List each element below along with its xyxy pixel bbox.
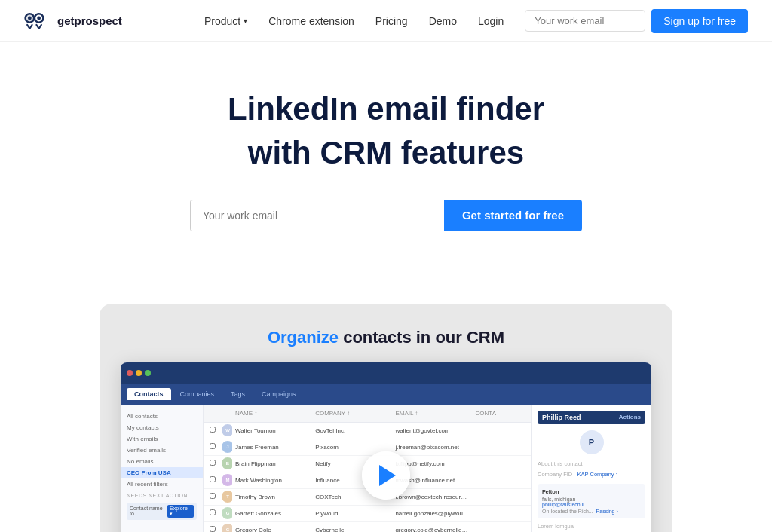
avatar: G bbox=[222, 524, 232, 532]
tab-companies[interactable]: Companies bbox=[173, 388, 222, 400]
play-triangle-icon bbox=[379, 465, 396, 486]
row-checkbox[interactable] bbox=[210, 526, 216, 532]
svg-point-2 bbox=[28, 16, 32, 20]
video-container: Contacts Companies Tags Campaigns All co… bbox=[121, 362, 651, 532]
avatar: B bbox=[222, 457, 232, 469]
contact-email: gregory.cole@cybernelle.com bbox=[392, 527, 472, 532]
contact-email: j.freeman@pixacom.net bbox=[392, 444, 472, 451]
contact-company: GovTel Inc. bbox=[312, 427, 392, 434]
contact-name: Timothy Brown bbox=[232, 494, 312, 500]
hero-cta-button[interactable]: Get started for free bbox=[444, 200, 582, 231]
panel-header: Phillip Reed Actions bbox=[538, 411, 645, 424]
table-row[interactable]: GGregory ColeCybernellegregory.cole@cybe… bbox=[204, 522, 531, 532]
nav-demo[interactable]: Demo bbox=[429, 15, 457, 27]
logo-icon bbox=[24, 11, 51, 32]
contact-email: walter.t@govtel.com bbox=[392, 427, 472, 434]
crm-sidebar: All contacts My contacts With emails Ver… bbox=[121, 405, 204, 532]
nav-product[interactable]: Product ▾ bbox=[204, 15, 247, 27]
chevron-down-icon: ▾ bbox=[244, 17, 247, 25]
sidebar-all-recent-filters[interactable]: All recent filters bbox=[121, 478, 203, 490]
crm-right-panel: Phillip Reed Actions P About this contac… bbox=[531, 405, 651, 532]
sidebar-my-contacts[interactable]: My contacts bbox=[121, 422, 203, 433]
panel-company-fid: Company FID KAP Company › bbox=[538, 471, 645, 479]
avatar: J bbox=[222, 441, 232, 453]
sidebar-no-emails[interactable]: No emails bbox=[121, 456, 203, 467]
avatar: W bbox=[222, 424, 232, 436]
contact-name: James Freeman bbox=[232, 444, 312, 451]
panel-avatar: P bbox=[580, 430, 604, 454]
svg-line-8 bbox=[39, 24, 41, 28]
navbar: getprospect Product ▾ Chrome extension P… bbox=[0, 0, 772, 42]
video-section: Organize contacts in our CRM Contacts Co… bbox=[100, 304, 672, 532]
tab-contacts[interactable]: Contacts bbox=[127, 388, 171, 400]
table-row[interactable]: GGarrett GonzalesPlywoudharrell.gonzales… bbox=[204, 506, 531, 522]
row-checkbox[interactable] bbox=[210, 460, 216, 466]
nav-links: Product ▾ Chrome extension Pricing Demo … bbox=[204, 15, 504, 27]
row-checkbox[interactable] bbox=[210, 509, 216, 515]
col-email: EMAIL ↑ bbox=[392, 410, 472, 417]
crm-tabs-bar: Contacts Companies Tags Campaigns bbox=[121, 384, 651, 405]
col-conta: CONTA bbox=[473, 410, 528, 417]
logo-text: getprospect bbox=[57, 14, 122, 27]
logo-area: getprospect bbox=[24, 11, 122, 32]
panel-company-value[interactable]: KAP Company › bbox=[577, 471, 618, 478]
contact-email: harrell.gonzales@plywoud.me bbox=[392, 510, 472, 517]
row-checkbox[interactable] bbox=[210, 427, 216, 433]
crm-top-bar bbox=[121, 362, 651, 384]
sidebar-verified-emails[interactable]: Verified emails bbox=[121, 445, 203, 456]
nav-signup-button[interactable]: Sign up for free bbox=[651, 9, 748, 33]
col-name: NAME ↑ bbox=[232, 410, 312, 417]
sidebar-section-label: Needs next action bbox=[121, 490, 203, 500]
row-checkbox[interactable] bbox=[210, 476, 216, 482]
contact-company: Cybernelle bbox=[312, 527, 392, 532]
play-button[interactable] bbox=[362, 451, 410, 500]
window-maximize-dot bbox=[145, 370, 151, 376]
window-minimize-dot bbox=[136, 370, 142, 376]
panel-about: About this contact bbox=[538, 460, 645, 469]
panel-status-box: Felton falls, michigan phillip@fallstech… bbox=[538, 484, 645, 518]
crm-mockup: Contacts Companies Tags Campaigns All co… bbox=[121, 362, 651, 532]
row-checkbox[interactable] bbox=[210, 493, 216, 499]
contact-name: Brain Flippman bbox=[232, 460, 312, 467]
sidebar-all-contacts[interactable]: All contacts bbox=[121, 411, 203, 422]
panel-tags: Lorem lomgua bbox=[538, 523, 645, 531]
sidebar-ceo-from-usa[interactable]: CEO From USA bbox=[121, 467, 203, 478]
tab-campaigns[interactable]: Campaigns bbox=[254, 388, 304, 400]
table-row[interactable]: WWalter TournonGovTel Inc.walter.t@govte… bbox=[204, 423, 531, 439]
nav-chrome-extension[interactable]: Chrome extension bbox=[268, 15, 354, 27]
table-row[interactable]: JJames FreemanPixacomj.freeman@pixacom.n… bbox=[204, 439, 531, 456]
crm-table-header: NAME ↑ COMPANY ↑ EMAIL ↑ CONTA bbox=[204, 405, 531, 423]
sidebar-with-emails[interactable]: With emails bbox=[121, 433, 203, 445]
sidebar-action-widget[interactable]: Contact name to Explore ▾ bbox=[127, 503, 197, 520]
col-company: COMPANY ↑ bbox=[312, 410, 392, 417]
hero-form: Get started for free bbox=[190, 200, 582, 231]
panel-actions[interactable]: Actions bbox=[619, 414, 641, 421]
svg-line-6 bbox=[29, 24, 32, 28]
hero-title-line1: LinkedIn email finder bbox=[15, 90, 757, 128]
svg-point-4 bbox=[37, 16, 41, 20]
contact-name: Walter Tournon bbox=[232, 427, 312, 434]
tab-tags[interactable]: Tags bbox=[223, 388, 253, 400]
contact-email: t.brown@coxtech.resources.com bbox=[392, 494, 472, 500]
hero-section: LinkedIn email finder with CRM features … bbox=[0, 42, 772, 304]
outer-container: Organize contacts in our CRM Contacts Co… bbox=[0, 304, 772, 532]
avatar: G bbox=[222, 507, 232, 519]
contact-name: Mark Washington bbox=[232, 477, 312, 484]
video-section-title: Organize contacts in our CRM bbox=[121, 328, 651, 347]
hero-title-line2: with CRM features bbox=[15, 134, 757, 172]
avatar: M bbox=[222, 474, 232, 486]
row-checkbox[interactable] bbox=[210, 443, 216, 449]
nav-email-input[interactable] bbox=[525, 10, 645, 32]
hero-highlight: CRM features bbox=[320, 135, 524, 170]
avatar: T bbox=[222, 491, 232, 503]
table-row[interactable]: TTimothy BrownCOXTecht.brown@coxtech.res… bbox=[204, 489, 531, 506]
contact-company: Pixacom bbox=[312, 444, 392, 451]
contact-name: Garrett Gonzales bbox=[232, 510, 312, 517]
contact-name: Gregory Cole bbox=[232, 527, 312, 532]
nav-pricing[interactable]: Pricing bbox=[375, 15, 408, 27]
nav-login[interactable]: Login bbox=[478, 15, 504, 27]
hero-email-input[interactable] bbox=[190, 200, 444, 231]
window-close-dot bbox=[127, 370, 133, 376]
contact-company: Plywoud bbox=[312, 510, 392, 517]
